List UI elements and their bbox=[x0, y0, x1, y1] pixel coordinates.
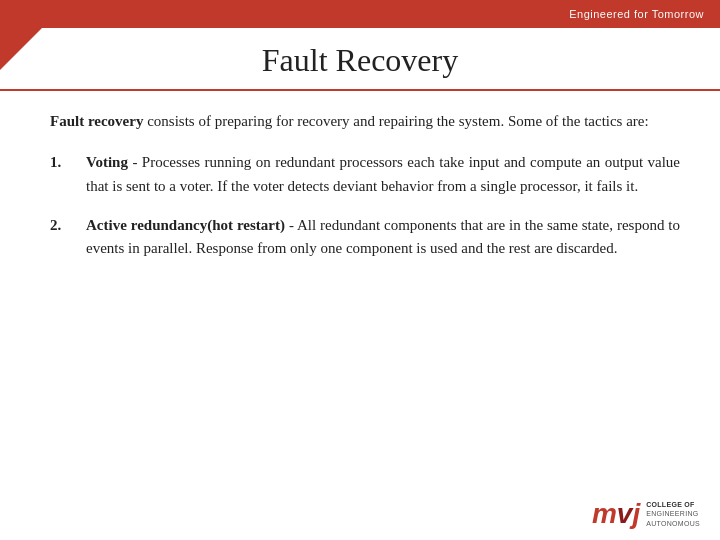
logo-j: j bbox=[632, 498, 640, 529]
logo-line1: College of bbox=[646, 500, 700, 509]
top-banner: Engineered for Tomorrow bbox=[0, 0, 720, 28]
logo-text-block: College of Engineering Autonomous bbox=[646, 500, 700, 527]
term-active-redundancy: Active redundancy(hot restart) bbox=[86, 217, 285, 233]
page-title-area: Fault Recovery bbox=[0, 28, 720, 91]
list-item-2: 2. Active redundancy(hot restart) - All … bbox=[50, 214, 680, 261]
list-item-1: 1. Voting - Processes running on redunda… bbox=[50, 151, 680, 198]
page-title: Fault Recovery bbox=[60, 42, 660, 79]
bottom-logo: mvj College of Engineering Autonomous bbox=[592, 498, 700, 530]
logo-v: v bbox=[617, 498, 633, 529]
logo-line3: Autonomous bbox=[646, 519, 700, 528]
list-number-2: 2. bbox=[50, 214, 86, 261]
list-text-2: Active redundancy(hot restart) - All red… bbox=[86, 214, 680, 261]
logo-m: m bbox=[592, 498, 617, 529]
intro-text: consists of preparing for recovery and r… bbox=[147, 113, 649, 129]
voting-description: - Processes running on redundant process… bbox=[86, 154, 680, 193]
list-number-1: 1. bbox=[50, 151, 86, 198]
logo-line2: Engineering bbox=[646, 509, 700, 518]
list-container: 1. Voting - Processes running on redunda… bbox=[40, 151, 680, 260]
banner-text: Engineered for Tomorrow bbox=[569, 8, 704, 20]
main-content: Fault recovery consists of preparing for… bbox=[40, 110, 680, 480]
intro-paragraph: Fault recovery consists of preparing for… bbox=[40, 110, 680, 133]
mvj-letters: mvj bbox=[592, 498, 640, 530]
term-voting: Voting bbox=[86, 154, 128, 170]
list-text-1: Voting - Processes running on redundant … bbox=[86, 151, 680, 198]
intro-bold-term: Fault recovery bbox=[50, 113, 143, 129]
